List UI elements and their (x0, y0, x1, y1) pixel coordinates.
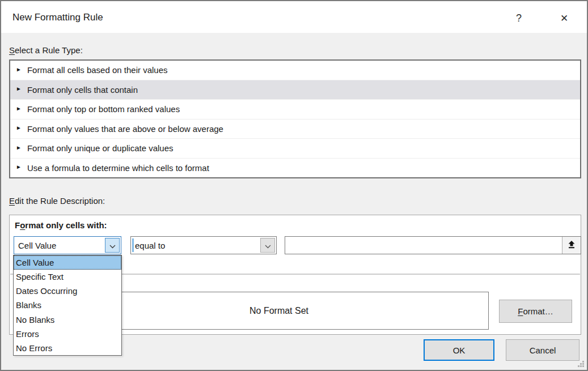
rule-type-item-0[interactable]: ► Format all cells based on their values (10, 61, 580, 80)
rule-type-label: Format only values that are above or bel… (27, 124, 223, 134)
text-caret (132, 238, 134, 252)
format-button[interactable]: Format… (499, 300, 572, 323)
dropdown-option-specific-text[interactable]: Specific Text (14, 270, 121, 284)
dropdown-option-no-blanks[interactable]: No Blanks (14, 313, 121, 327)
chevron-down-icon (109, 241, 116, 250)
combo-dropdown-button[interactable] (260, 238, 275, 253)
rule-type-item-5[interactable]: ► Use a formula to determine which cells… (10, 159, 580, 178)
rule-type-label: Use a formula to determine which cells t… (27, 163, 209, 173)
select-rule-type-label: Select a Rule Type: (9, 45, 83, 55)
collapse-dialog-up-arrow-icon (568, 240, 576, 250)
cancel-button[interactable]: Cancel (506, 339, 579, 361)
cell-value-dropdown-list: Cell Value Specific Text Dates Occurring… (13, 255, 122, 356)
dropdown-option-no-errors[interactable]: No Errors (14, 341, 121, 355)
rule-type-item-2[interactable]: ► Format only top or bottom ranked value… (10, 100, 580, 120)
format-preview-text: No Format Set (249, 306, 308, 316)
arrow-right-icon: ► (16, 67, 22, 73)
cell-value-combobox-value: Cell Value (18, 241, 56, 250)
arrow-right-icon: ► (16, 106, 22, 112)
rule-value-input[interactable] (285, 237, 562, 254)
dropdown-option-errors[interactable]: Errors (14, 327, 121, 341)
rule-type-label: Format only unique or duplicate values (27, 143, 174, 153)
format-only-cells-with-label: Format only cells with: (15, 220, 107, 230)
close-icon[interactable]: ✕ (556, 10, 573, 26)
rule-type-item-4[interactable]: ► Format only unique or duplicate values (10, 139, 580, 159)
rule-type-item-1-selected[interactable]: ► Format only cells that contain (10, 80, 580, 100)
arrow-right-icon: ► (16, 125, 22, 131)
collapse-dialog-button[interactable] (562, 237, 581, 254)
rule-type-label: Format only top or bottom ranked values (27, 104, 180, 114)
new-formatting-rule-dialog: New Formatting Rule ? ✕ Select a Rule Ty… (0, 0, 588, 371)
title-bar[interactable]: New Formatting Rule ? ✕ (1, 1, 587, 33)
dropdown-option-cell-value[interactable]: Cell Value (14, 255, 121, 270)
help-icon[interactable]: ? (510, 10, 527, 26)
rule-type-label: Format all cells based on their values (27, 65, 168, 75)
operator-combobox-value: equal to (135, 241, 165, 250)
arrow-right-icon: ► (16, 86, 22, 92)
dropdown-option-dates-occurring[interactable]: Dates Occurring (14, 284, 121, 298)
cell-value-combobox[interactable]: Cell Value (14, 236, 121, 254)
format-preview: No Format Set (69, 292, 489, 330)
resize-grip[interactable] (578, 361, 585, 368)
rule-type-item-3[interactable]: ► Format only values that are above or b… (10, 120, 580, 139)
rule-value-field (285, 236, 581, 254)
ok-button[interactable]: OK (424, 339, 494, 361)
rule-type-label: Format only cells that contain (27, 85, 138, 95)
arrow-right-icon: ► (16, 145, 22, 151)
combo-dropdown-button[interactable] (105, 238, 120, 253)
dialog-title: New Formatting Rule (12, 12, 103, 23)
dropdown-option-blanks[interactable]: Blanks (14, 298, 121, 312)
rule-type-list: ► Format all cells based on their values… (9, 59, 581, 178)
chevron-down-icon (265, 241, 271, 250)
arrow-right-icon: ► (16, 164, 22, 170)
edit-rule-description-label: Edit the Rule Description: (9, 196, 105, 206)
operator-combobox[interactable]: equal to (130, 236, 277, 254)
